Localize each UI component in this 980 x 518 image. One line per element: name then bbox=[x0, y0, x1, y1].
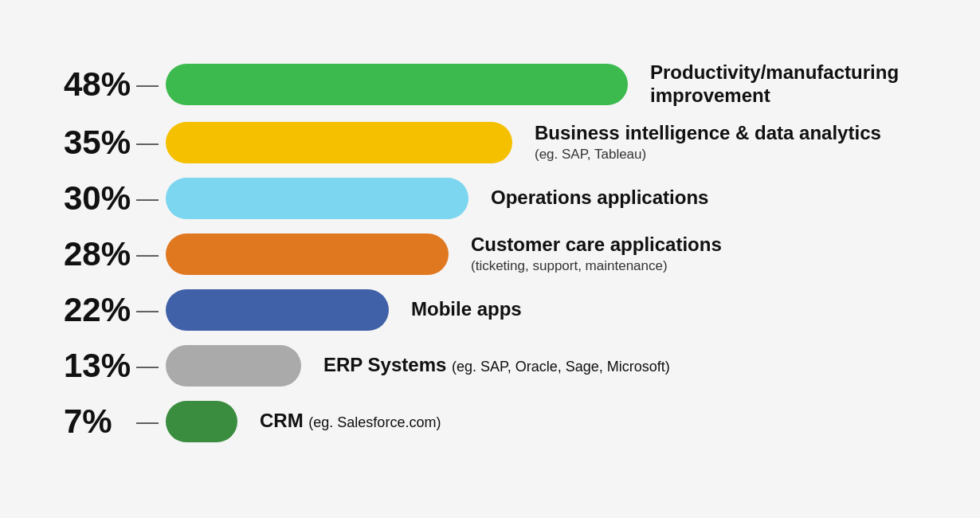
bar-productivity bbox=[166, 64, 628, 105]
pct-label-erp: 13% bbox=[64, 347, 135, 385]
bar-erp bbox=[166, 345, 301, 387]
label-sub-customer: (ticketing, support, maintenance) bbox=[471, 258, 722, 274]
bar-wrap-bi: Business intelligence & data analytics (… bbox=[166, 122, 881, 163]
label-main-productivity: Productivity/manufacturingimprovement bbox=[650, 61, 899, 108]
dash-bi: — bbox=[135, 130, 159, 155]
chart-row-bi: 35% — Business intelligence & data analy… bbox=[64, 122, 916, 163]
label-customer: Customer care applications (ticketing, s… bbox=[471, 233, 722, 274]
label-main-crm: CRM (eg. Salesforce.com) bbox=[260, 410, 441, 433]
bar-wrap-crm: CRM (eg. Salesforce.com) bbox=[166, 401, 441, 442]
pct-label-crm: 7% bbox=[64, 402, 135, 441]
chart-row-productivity: 48% — Productivity/manufacturingimprovem… bbox=[64, 61, 916, 108]
bar-wrap-erp: ERP Systems (eg. SAP, Oracle, Sage, Micr… bbox=[166, 345, 670, 387]
pct-label-operations: 30% bbox=[64, 179, 135, 218]
label-bi: Business intelligence & data analytics (… bbox=[535, 122, 881, 163]
chart-row-crm: 7% — CRM (eg. Salesforce.com) bbox=[64, 401, 916, 442]
dash-mobile: — bbox=[135, 297, 159, 323]
dash-crm: — bbox=[135, 409, 159, 434]
pct-label-bi: 35% bbox=[64, 124, 135, 162]
chart-row-erp: 13% — ERP Systems (eg. SAP, Oracle, Sage… bbox=[64, 345, 916, 387]
bar-customer bbox=[166, 233, 449, 275]
dash-operations: — bbox=[135, 186, 159, 211]
pct-label-mobile: 22% bbox=[64, 291, 135, 329]
label-main-mobile: Mobile apps bbox=[411, 298, 522, 321]
bar-wrap-customer: Customer care applications (ticketing, s… bbox=[166, 233, 722, 275]
label-productivity: Productivity/manufacturingimprovement bbox=[650, 61, 899, 108]
bar-crm bbox=[166, 401, 237, 442]
bar-operations bbox=[166, 178, 468, 219]
bar-wrap-productivity: Productivity/manufacturingimprovement bbox=[166, 61, 899, 108]
chart-row-mobile: 22% — Mobile apps bbox=[64, 289, 916, 331]
label-sub-bi: (eg. SAP, Tableau) bbox=[535, 147, 881, 163]
label-main-erp: ERP Systems (eg. SAP, Oracle, Sage, Micr… bbox=[323, 354, 670, 377]
pct-label-productivity: 48% bbox=[64, 65, 135, 104]
bar-wrap-operations: Operations applications bbox=[166, 178, 708, 219]
pct-label-customer: 28% bbox=[64, 235, 135, 273]
bar-mobile bbox=[166, 289, 389, 331]
chart-row-customer: 28% — Customer care applications (ticket… bbox=[64, 233, 916, 275]
label-mobile: Mobile apps bbox=[411, 298, 522, 321]
dash-productivity: — bbox=[135, 72, 159, 97]
label-main-operations: Operations applications bbox=[491, 186, 708, 210]
label-erp: ERP Systems (eg. SAP, Oracle, Sage, Micr… bbox=[323, 354, 670, 377]
dash-erp: — bbox=[135, 353, 159, 379]
bar-bi bbox=[166, 122, 512, 163]
label-main-bi: Business intelligence & data analytics bbox=[535, 122, 881, 145]
dash-customer: — bbox=[135, 241, 159, 267]
label-main-customer: Customer care applications bbox=[471, 233, 722, 257]
bar-wrap-mobile: Mobile apps bbox=[166, 289, 522, 331]
bar-chart: 48% — Productivity/manufacturingimprovem… bbox=[32, 45, 948, 473]
label-operations: Operations applications bbox=[491, 186, 708, 210]
label-crm: CRM (eg. Salesforce.com) bbox=[260, 410, 441, 433]
chart-row-operations: 30% — Operations applications bbox=[64, 178, 916, 219]
